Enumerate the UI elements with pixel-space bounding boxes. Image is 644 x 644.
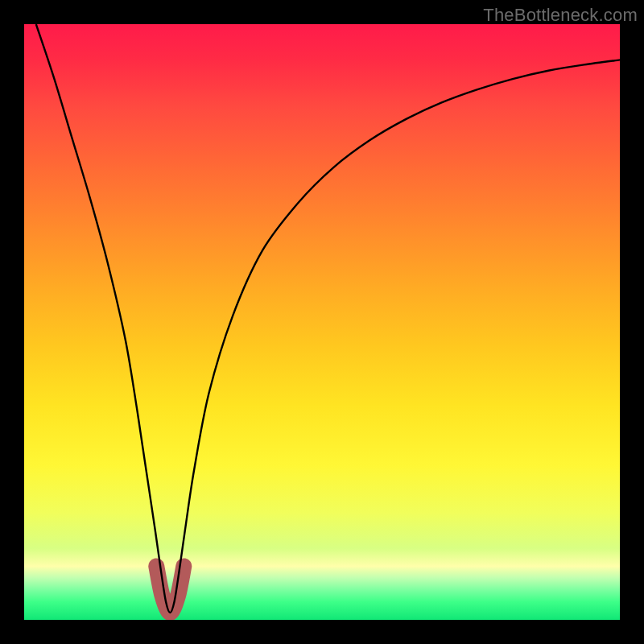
- plot-area: [24, 24, 620, 620]
- chart-frame: TheBottleneck.com: [0, 0, 644, 644]
- watermark-text: TheBottleneck.com: [483, 5, 638, 26]
- bottleneck-curve: [36, 24, 620, 613]
- curve-layer: [24, 24, 620, 620]
